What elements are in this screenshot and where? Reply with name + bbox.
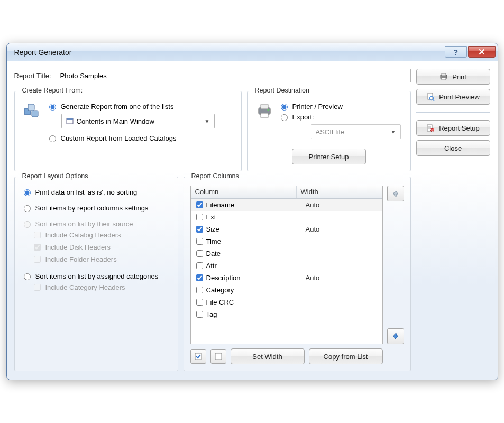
create-report-from-group: Create Report From: Generate Report from… — [14, 91, 242, 171]
list-source-dropdown[interactable]: Contents in Main Window ▼ — [61, 114, 215, 128]
create-from-legend: Create Report From: — [20, 87, 85, 94]
print-button[interactable]: Print — [416, 69, 490, 85]
column-checkbox[interactable] — [196, 287, 203, 293]
column-row[interactable]: Attr — [191, 260, 382, 272]
sort-by-categories-label: Sort items on list by assigned categorie… — [35, 272, 159, 280]
uncheck-all-button[interactable] — [210, 349, 226, 364]
copy-from-list-button[interactable]: Copy from List — [309, 348, 383, 364]
export-label: Export: — [292, 113, 314, 121]
arrow-up-icon — [392, 190, 399, 197]
report-columns-group: Report Columns Column Width FilenameAuto… — [184, 177, 411, 371]
report-title-label: Report Title: — [14, 72, 51, 80]
column-row[interactable]: Date — [191, 247, 382, 260]
chevron-down-icon: ▼ — [391, 129, 396, 135]
move-down-button[interactable] — [387, 328, 404, 344]
report-title-input[interactable] — [56, 69, 411, 82]
sort-asis-label: Print data on list 'as is', no sorting — [35, 188, 138, 196]
include-disk-headers-check[interactable] — [34, 244, 41, 251]
destination-legend: Report Destination — [253, 87, 312, 94]
set-width-button[interactable]: Set Width — [231, 348, 305, 364]
column-name: File CRC — [206, 298, 306, 306]
dropdown-value: Contents in Main Window — [77, 117, 154, 125]
svg-rect-10 — [215, 353, 222, 360]
generate-from-list-radio[interactable] — [49, 104, 56, 111]
svg-rect-6 — [261, 105, 268, 109]
check-all-button[interactable] — [190, 349, 206, 364]
close-button[interactable]: Close — [416, 140, 490, 156]
checked-box-icon — [195, 353, 202, 360]
column-name: Description — [206, 274, 306, 282]
column-row[interactable]: FilenameAuto — [191, 199, 382, 211]
sort-by-columns-radio[interactable] — [24, 205, 31, 212]
column-checkbox[interactable] — [196, 201, 203, 208]
printer-setup-button[interactable]: Printer Setup — [292, 149, 366, 164]
column-row[interactable]: SizeAuto — [191, 223, 382, 235]
report-destination-group: Report Destination Printer / Preview — [247, 91, 411, 171]
column-row[interactable]: Category — [191, 284, 382, 296]
help-button[interactable]: ? — [445, 46, 467, 58]
report-layout-group: Report Layout Options Print data on list… — [14, 177, 178, 371]
layout-legend: Report Layout Options — [20, 172, 90, 180]
column-row[interactable]: Tag — [191, 308, 382, 320]
generate-from-list-label: Generate Report from one of the lists — [61, 103, 174, 111]
export-radio[interactable] — [281, 114, 288, 121]
export-format-value: ASCII file — [316, 128, 344, 136]
svg-rect-1 — [32, 111, 38, 117]
custom-report-radio[interactable] — [49, 135, 56, 142]
column-row[interactable]: Time — [191, 235, 382, 247]
print-icon — [439, 72, 448, 81]
window-title: Report Generator — [14, 48, 444, 57]
column-checkbox[interactable] — [196, 274, 203, 281]
setup-icon — [426, 124, 435, 132]
printer-icon — [254, 100, 275, 121]
column-checkbox[interactable] — [196, 238, 203, 245]
column-checkbox[interactable] — [196, 226, 203, 233]
chevron-down-icon: ▼ — [205, 118, 210, 124]
column-name: Attr — [206, 262, 306, 270]
printer-preview-label: Printer / Preview — [292, 103, 343, 111]
close-window-button[interactable] — [468, 46, 496, 58]
column-checkbox[interactable] — [196, 214, 203, 220]
column-checkbox[interactable] — [196, 311, 203, 318]
export-format-dropdown[interactable]: ASCII file ▼ — [311, 124, 401, 139]
column-name: Time — [206, 237, 306, 245]
printer-preview-radio[interactable] — [281, 104, 288, 111]
column-name: Date — [206, 250, 306, 258]
columns-header: Column Width — [191, 186, 382, 199]
window-icon — [66, 117, 74, 125]
svg-rect-13 — [442, 78, 446, 80]
svg-rect-4 — [67, 118, 73, 120]
svg-rect-12 — [442, 73, 446, 76]
separator — [416, 112, 490, 113]
svg-rect-2 — [28, 104, 34, 111]
column-width: Auto — [306, 201, 379, 209]
include-folder-headers-check[interactable] — [34, 256, 41, 263]
svg-rect-9 — [195, 353, 201, 360]
svg-rect-7 — [261, 113, 268, 117]
columns-list[interactable]: Column Width FilenameAutoExtSizeAutoTime… — [190, 186, 383, 344]
move-up-button[interactable] — [387, 186, 404, 201]
column-checkbox[interactable] — [196, 250, 203, 257]
svg-point-8 — [267, 109, 269, 111]
sort-by-source-radio[interactable] — [24, 221, 31, 228]
print-preview-button[interactable]: Print Preview — [416, 89, 490, 105]
column-row[interactable]: DescriptionAuto — [191, 272, 382, 284]
header-column: Column — [191, 186, 297, 198]
columns-legend: Report Columns — [189, 172, 241, 180]
column-row[interactable]: Ext — [191, 211, 382, 223]
column-name: Filename — [206, 201, 306, 209]
sort-by-columns-label: Sort items by report columns settings — [35, 204, 149, 212]
report-setup-button[interactable]: Report Setup — [416, 120, 490, 136]
sort-by-categories-radio[interactable] — [24, 273, 31, 280]
column-name: Ext — [206, 213, 306, 221]
column-checkbox[interactable] — [196, 262, 203, 269]
column-row[interactable]: File CRC — [191, 296, 382, 308]
sort-asis-radio[interactable] — [24, 189, 31, 196]
include-catalog-headers-check[interactable] — [34, 232, 41, 238]
column-checkbox[interactable] — [196, 299, 203, 306]
header-width: Width — [297, 186, 382, 198]
arrow-down-icon — [392, 333, 399, 340]
column-name: Category — [206, 286, 306, 294]
include-category-headers-check[interactable] — [34, 284, 41, 291]
unchecked-box-icon — [215, 353, 222, 360]
